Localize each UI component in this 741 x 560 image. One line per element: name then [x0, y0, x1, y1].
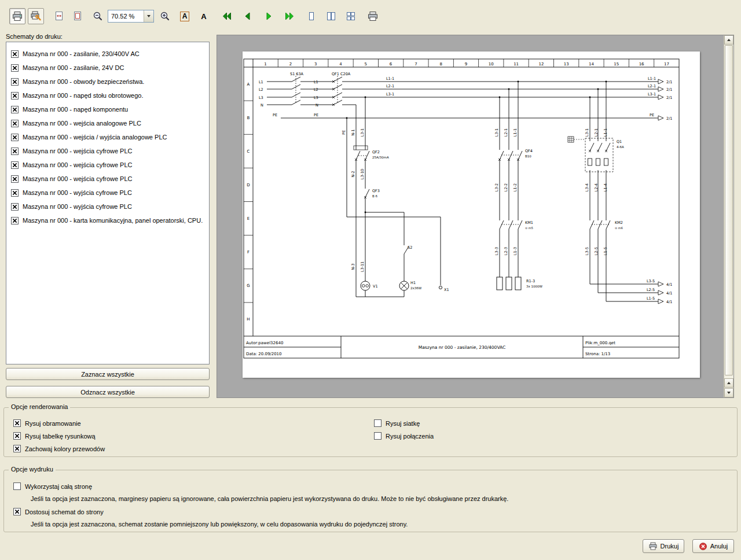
- all-pages-view-button[interactable]: [343, 8, 359, 24]
- zoom-out-icon: [92, 10, 104, 22]
- scroll-down-button[interactable]: [724, 388, 733, 397]
- first-page-button[interactable]: [219, 8, 235, 24]
- row-ruler-label: H: [247, 317, 250, 322]
- print-toolbar-button[interactable]: [365, 8, 381, 24]
- checkbox[interactable]: [13, 508, 21, 515]
- schema-list-item[interactable]: Maszyna nr 000 - karta komunikacyjna, pa…: [6, 213, 209, 227]
- checkbox[interactable]: [11, 148, 19, 155]
- checkbox[interactable]: [11, 134, 19, 141]
- fit-page-button[interactable]: [69, 8, 86, 24]
- checkbox[interactable]: [374, 432, 381, 440]
- checkbox[interactable]: [374, 419, 381, 427]
- scroll-up-button[interactable]: [724, 35, 733, 45]
- facing-pages-view-button[interactable]: [323, 8, 339, 24]
- deselect-all-button[interactable]: Odznacz wszystkie: [6, 386, 210, 398]
- preview-page[interactable]: 1234567891011121314151617 ABCDEFGH Autor…: [243, 51, 700, 378]
- column-ruler-label: 13: [564, 62, 569, 67]
- schematic-label: L2: [314, 87, 318, 92]
- schematic-label: QF2: [372, 150, 380, 154]
- toolbar: 70.52 % A A: [0, 0, 741, 34]
- print-option[interactable]: Wykorzystaj całą stronę: [13, 482, 92, 490]
- page-setup-button[interactable]: [28, 8, 44, 24]
- print-options-group: Opcje wydruku Wykorzystaj całą stronęJeś…: [3, 470, 738, 532]
- double-right-arrow-icon: [284, 10, 295, 22]
- checkbox[interactable]: [11, 64, 19, 72]
- schematic-label: 2/1: [666, 95, 672, 100]
- schema-list-item[interactable]: Maszyna nr 000 - napęd stołu obrotowego.: [6, 89, 209, 102]
- schematic-label: L3: [314, 95, 318, 100]
- schema-list-item[interactable]: Maszyna nr 000 - wyjścia cyfrowe PLC: [6, 200, 209, 213]
- cancel-button[interactable]: Anuluj: [692, 539, 734, 553]
- checkbox[interactable]: [11, 217, 19, 224]
- cancel-button-label: Anuluj: [710, 543, 728, 550]
- last-page-button[interactable]: [281, 8, 298, 24]
- zoom-value: 70.52 %: [108, 10, 144, 22]
- checkbox[interactable]: [13, 445, 21, 452]
- schema-list-item[interactable]: Maszyna nr 000 - zasilanie, 24V DC: [6, 61, 209, 75]
- checkbox[interactable]: [11, 50, 19, 58]
- checkbox[interactable]: [11, 161, 19, 169]
- schema-list-item[interactable]: Maszyna nr 000 - obwody bezpieczeństwa.: [6, 75, 209, 89]
- combo-dropdown-button[interactable]: [144, 10, 153, 22]
- checkbox[interactable]: [13, 482, 21, 490]
- render-option[interactable]: Rysuj tabelkę rysunkową: [13, 432, 96, 440]
- scrollbar-thumb[interactable]: [725, 45, 733, 375]
- printer-icon: [648, 541, 658, 551]
- checkbox[interactable]: [13, 432, 21, 440]
- scroll-up-button-bottom[interactable]: [724, 378, 733, 388]
- checkbox[interactable]: [13, 419, 21, 427]
- schematic-label: L1-5: [647, 296, 655, 301]
- row-ruler-label: G: [247, 283, 250, 288]
- row-ruler-label: D: [247, 183, 250, 187]
- schematic-label: L1-3: [513, 247, 518, 255]
- zoom-combo[interactable]: 70.52 %: [108, 10, 154, 23]
- schematic-label: L3-1: [585, 128, 589, 137]
- checkbox[interactable]: [11, 189, 19, 197]
- column-ruler-label: 14: [589, 62, 594, 67]
- column-ruler-label: 12: [538, 62, 544, 67]
- checkbox[interactable]: [11, 120, 19, 127]
- schema-list[interactable]: Maszyna nr 000 - zasilanie, 230/400V ACM…: [6, 42, 210, 364]
- schematic-label: L1-1: [513, 128, 518, 137]
- zoom-out-button[interactable]: [90, 8, 105, 24]
- up-arrow-icon: [727, 382, 731, 384]
- printer-button[interactable]: [9, 8, 25, 24]
- checkbox[interactable]: [11, 203, 19, 211]
- option-label: Rysuj siatkę: [386, 420, 420, 427]
- single-page-icon: [306, 10, 317, 22]
- schematic-label: L1-1: [603, 128, 608, 137]
- schema-list-item[interactable]: Maszyna nr 000 - zasilanie, 230/400V AC: [6, 47, 209, 61]
- landscape-button[interactable]: A: [197, 8, 211, 24]
- checkbox[interactable]: [11, 175, 19, 183]
- portrait-button[interactable]: A: [177, 8, 192, 24]
- row-ruler-label: E: [247, 216, 250, 221]
- select-all-button[interactable]: Zaznacz wszystkie: [6, 368, 210, 380]
- schema-list-item[interactable]: Maszyna nr 000 - napęd komponentu: [6, 102, 209, 116]
- schema-list-item[interactable]: Maszyna nr 000 - wyjścia cyfrowe PLC: [6, 186, 209, 200]
- render-option[interactable]: Zachowaj kolory przewodów: [13, 445, 105, 452]
- schema-list-item[interactable]: Maszyna nr 000 - wejścia cyfrowe PLC: [6, 158, 209, 172]
- schema-list-item[interactable]: Maszyna nr 000 - wejścia analogowe PLC: [6, 116, 209, 130]
- check-mark-icon: [12, 107, 17, 112]
- schema-list-item[interactable]: Maszyna nr 000 - wejścia cyfrowe PLC: [6, 172, 209, 186]
- render-option[interactable]: Rysuj połączenia: [374, 432, 434, 440]
- print-button[interactable]: Drukuj: [643, 539, 684, 553]
- option-label: Zachowaj kolory przewodów: [25, 445, 105, 452]
- zoom-in-button[interactable]: [157, 8, 173, 24]
- render-option[interactable]: Rysuj obramowanie: [13, 419, 81, 427]
- schema-item-label: Maszyna nr 000 - wejścia analogowe PLC: [23, 120, 141, 127]
- schema-list-item[interactable]: Maszyna nr 000 - wejścia cyfrowe PLC: [6, 144, 209, 158]
- schema-list-item[interactable]: Maszyna nr 000 - wejścia / wyjścia analo…: [6, 130, 209, 144]
- previous-page-button[interactable]: [240, 8, 256, 24]
- checkbox[interactable]: [11, 92, 19, 100]
- check-mark-icon: [12, 65, 17, 71]
- render-option[interactable]: Rysuj siatkę: [374, 419, 420, 427]
- fit-width-button[interactable]: [51, 8, 67, 24]
- single-page-view-button[interactable]: [303, 8, 320, 24]
- schematic-label: PE: [314, 113, 318, 117]
- print-option[interactable]: Dostosuj schemat do strony: [13, 508, 104, 515]
- checkbox[interactable]: [11, 106, 19, 113]
- preview-scrollbar[interactable]: [724, 35, 733, 397]
- checkbox[interactable]: [11, 78, 19, 86]
- next-page-button[interactable]: [261, 8, 277, 24]
